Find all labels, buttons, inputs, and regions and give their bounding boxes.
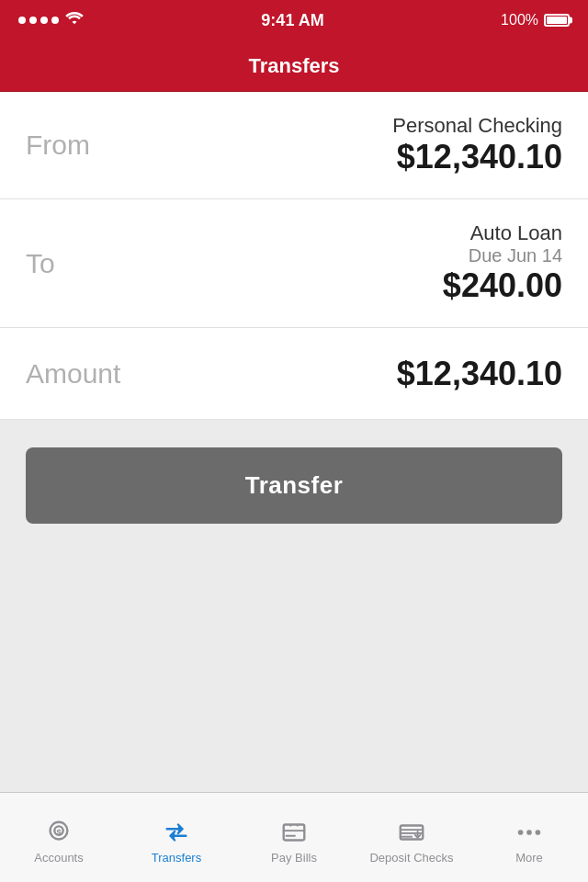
signal-dots [18,17,59,24]
from-row[interactable]: From Personal Checking $12,340.10 [0,92,588,199]
svg-point-11 [536,830,541,835]
signal-dot-4 [51,17,59,24]
tab-accounts-label: Accounts [34,851,83,865]
wifi-icon [64,11,85,29]
from-account-name: Personal Checking [392,114,562,138]
from-label: From [26,130,90,161]
to-account-name: Auto Loan [443,221,562,245]
to-label: To [26,248,55,279]
tab-accounts[interactable]: $ Accounts [0,793,118,882]
from-amount: $12,340.10 [392,138,562,176]
svg-point-10 [526,830,532,835]
tab-pay-bills[interactable]: Pay Bills [235,793,353,882]
signal-dot-1 [18,17,26,24]
to-row[interactable]: To Auto Loan Due Jun 14 $240.00 [0,199,588,328]
tab-deposit-checks-label: Deposit Checks [369,851,453,865]
deposit-checks-icon [396,819,427,846]
amount-label: Amount [26,358,120,390]
more-icon [514,819,545,846]
battery-icon [544,14,570,27]
transfer-button[interactable]: Transfer [26,447,562,524]
battery-percent: 100% [501,12,538,28]
tab-transfers-label: Transfers [152,851,201,865]
to-due-date: Due Jun 14 [443,245,562,266]
accounts-icon: $ [43,819,74,846]
status-bar: 9:41 AM 100% [0,0,588,40]
nav-header: Transfers [0,40,588,92]
to-amount: $240.00 [443,266,562,305]
tab-pay-bills-label: Pay Bills [271,851,317,865]
amount-value: $12,340.10 [397,355,562,393]
from-right: Personal Checking $12,340.10 [392,114,562,176]
signal-dot-3 [40,17,48,24]
pay-bills-icon [278,819,310,846]
signal-dot-2 [29,17,37,24]
tab-bar: $ Accounts Transfers Pay Bi [0,792,588,882]
status-left [18,11,85,29]
svg-rect-3 [284,824,305,840]
status-time: 9:41 AM [261,11,323,30]
page-title: Transfers [248,54,339,78]
tab-deposit-checks[interactable]: Deposit Checks [353,793,470,882]
to-right: Auto Loan Due Jun 14 $240.00 [443,221,562,305]
button-area: Transfer [0,420,588,792]
svg-point-9 [518,830,524,835]
tab-transfers[interactable]: Transfers [118,793,235,882]
status-right: 100% [501,12,570,28]
transfers-icon [161,819,192,846]
content-wrapper: From Personal Checking $12,340.10 To Aut… [0,92,588,792]
tab-more-label: More [515,851,543,865]
svg-text:$: $ [56,826,62,836]
tab-more[interactable]: More [470,793,588,882]
amount-row[interactable]: Amount $12,340.10 [0,328,588,420]
